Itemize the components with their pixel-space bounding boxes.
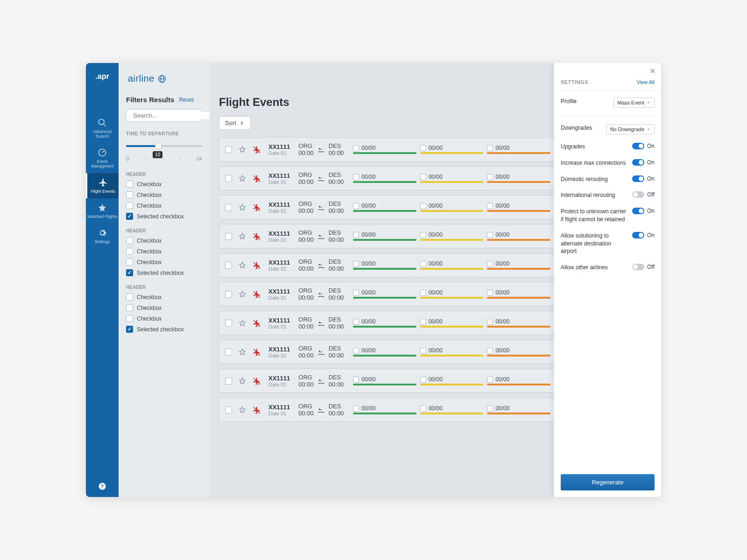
status-checkbox[interactable] — [353, 203, 359, 209]
filter-checkbox[interactable]: Checkbox — [126, 248, 202, 255]
time-slider[interactable]: 10 — [126, 141, 202, 152]
star-icon[interactable] — [239, 377, 246, 385]
checkbox-icon — [126, 237, 133, 244]
row-checkbox[interactable] — [225, 233, 232, 240]
status-checkbox[interactable] — [487, 319, 493, 325]
star-icon[interactable] — [239, 175, 246, 182]
star-icon[interactable] — [239, 261, 246, 269]
row-checkbox[interactable] — [225, 291, 232, 298]
status-checkbox[interactable] — [353, 377, 359, 383]
status-value: 00/00 — [429, 376, 443, 383]
status-checkbox[interactable] — [487, 261, 493, 267]
status-checkbox[interactable] — [487, 348, 493, 354]
status-checkbox[interactable] — [420, 232, 426, 238]
status-checkbox[interactable] — [353, 348, 359, 354]
plane-cancel-icon — [253, 289, 261, 299]
app-logo: .apr — [95, 72, 109, 81]
regenerate-button[interactable]: Regenerate — [561, 474, 655, 490]
filter-checkbox[interactable]: Checkbox — [126, 202, 202, 209]
dest-code: DES — [329, 258, 344, 265]
toggle-switch[interactable] — [632, 232, 644, 238]
status-value: 00/00 — [495, 260, 509, 267]
sort-button[interactable]: Sort — [219, 116, 251, 130]
status-checkbox[interactable] — [420, 348, 426, 354]
toggle-switch[interactable] — [632, 175, 644, 182]
status-checkbox[interactable] — [487, 232, 493, 238]
status-checkbox[interactable] — [487, 145, 493, 151]
status-checkbox[interactable] — [487, 203, 493, 209]
toggle-switch[interactable] — [632, 208, 644, 214]
status-checkbox[interactable] — [353, 261, 359, 267]
filters-reset[interactable]: Reset — [179, 97, 193, 103]
filter-checkbox[interactable]: Checkbox — [126, 259, 202, 266]
toggle-switch[interactable] — [632, 264, 644, 270]
status-checkbox[interactable] — [420, 406, 426, 412]
status-bar: 00/00 — [353, 289, 416, 299]
row-checkbox[interactable] — [225, 320, 232, 327]
filter-checkbox[interactable]: Selected checkbox — [126, 213, 202, 220]
filter-checkbox[interactable]: Checkbox — [126, 304, 202, 311]
status-checkbox[interactable] — [420, 319, 426, 325]
toggle-switch[interactable] — [632, 159, 644, 166]
status-checkbox[interactable] — [487, 290, 493, 296]
filter-checkbox[interactable]: Checkbox — [126, 191, 202, 198]
star-icon[interactable] — [239, 406, 246, 414]
star-icon[interactable] — [239, 319, 246, 327]
row-checkbox[interactable] — [225, 349, 232, 356]
filter-checkbox[interactable]: Checkbox — [126, 181, 202, 188]
row-checkbox[interactable] — [225, 175, 232, 182]
filter-checkbox[interactable]: Checkbox — [126, 237, 202, 244]
toggle-switch[interactable] — [632, 143, 644, 149]
status-checkbox[interactable] — [420, 174, 426, 180]
status-checkbox[interactable] — [420, 261, 426, 267]
status-checkbox[interactable] — [420, 145, 426, 151]
star-icon[interactable] — [239, 290, 246, 298]
flight-identifier: XX1111 Date 01 — [268, 259, 290, 272]
slider-thumb[interactable] — [155, 143, 162, 149]
status-checkbox[interactable] — [353, 232, 359, 238]
row-checkbox[interactable] — [225, 146, 232, 153]
star-icon[interactable] — [239, 203, 246, 211]
star-icon[interactable] — [239, 232, 246, 240]
status-bar: 00/00 — [420, 376, 484, 385]
status-value: 00/00 — [361, 231, 375, 238]
status-value: 00/00 — [495, 174, 509, 180]
filter-checkbox[interactable]: Selected checkbox — [126, 269, 202, 276]
help-button[interactable]: ? — [98, 482, 106, 490]
status-checkbox[interactable] — [353, 290, 359, 296]
view-all-link[interactable]: View All — [637, 79, 655, 85]
gear-icon — [98, 228, 107, 238]
star-icon[interactable] — [239, 348, 246, 356]
toggle-switch[interactable] — [632, 191, 644, 198]
filter-checkbox[interactable]: Checkbox — [126, 315, 202, 322]
filter-checkbox[interactable]: Selected checkbox — [126, 326, 202, 333]
nav-event-management[interactable]: Event Managment — [86, 143, 119, 173]
downgrades-select[interactable]: No Downgrade — [606, 124, 655, 134]
star-icon[interactable] — [239, 146, 246, 154]
close-icon[interactable]: ✕ — [649, 67, 655, 76]
status-checkbox[interactable] — [487, 406, 493, 412]
status-checkbox[interactable] — [353, 174, 359, 180]
status-checkbox[interactable] — [420, 290, 426, 296]
search-input[interactable] — [133, 112, 210, 119]
toggle-state: Off — [647, 264, 655, 270]
nav-flight-events[interactable]: Flight Events — [86, 173, 119, 198]
row-checkbox[interactable] — [225, 378, 232, 385]
status-checkbox[interactable] — [420, 377, 426, 383]
status-bar: 00/00 — [420, 203, 484, 212]
status-checkbox[interactable] — [353, 319, 359, 325]
nav-settings[interactable]: Settings — [86, 224, 119, 249]
status-checkbox[interactable] — [487, 174, 493, 180]
dest-time: 00:00 — [329, 410, 344, 417]
nav-watched-flights[interactable]: Watched Flights — [86, 198, 119, 224]
profile-select[interactable]: Mass Event — [613, 98, 655, 108]
row-checkbox[interactable] — [225, 262, 232, 269]
status-checkbox[interactable] — [420, 203, 426, 209]
status-checkbox[interactable] — [353, 406, 359, 412]
filter-checkbox[interactable]: Checkbox — [126, 294, 202, 301]
status-checkbox[interactable] — [353, 145, 359, 151]
row-checkbox[interactable] — [225, 406, 232, 413]
nav-advanced-search[interactable]: Advanced Search — [86, 113, 119, 143]
row-checkbox[interactable] — [225, 204, 232, 211]
status-checkbox[interactable] — [487, 377, 493, 383]
